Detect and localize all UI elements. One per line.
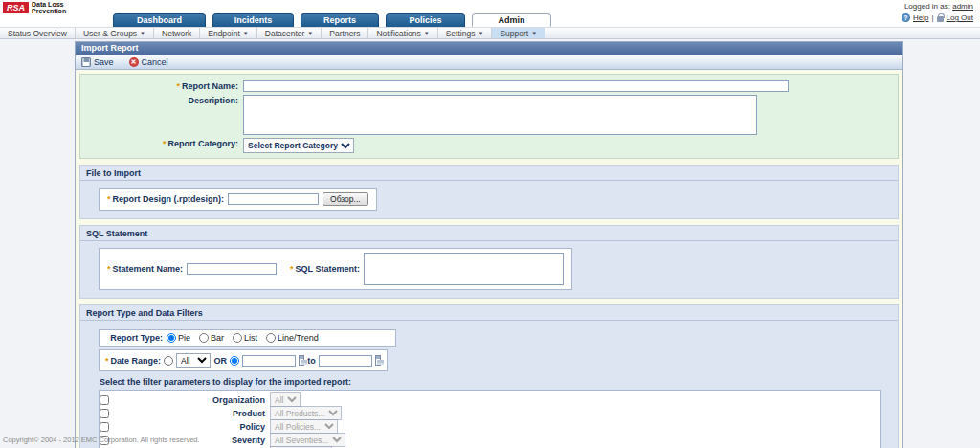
date-from-input[interactable] <box>242 355 296 367</box>
file-section-title: File to Import <box>80 166 898 181</box>
logged-in-as: Logged in as: admin <box>902 2 973 11</box>
filter-row-policy: Policy All Policies... <box>100 420 880 433</box>
save-button[interactable]: Save <box>81 57 114 67</box>
chevron-down-icon <box>307 31 313 36</box>
report-type-box: Report Type: Pie Bar List Line/Trend <box>99 329 396 347</box>
subnav-status-overview[interactable]: Status Overview <box>0 28 76 38</box>
filter-row-organization: Organization All <box>100 393 880 406</box>
browse-button[interactable]: Обзор... <box>323 192 368 206</box>
radio-list-label: List <box>244 333 257 343</box>
main-area: Import Report Save Cancel *Report Name: <box>0 39 980 448</box>
header-separator: | <box>931 13 933 22</box>
sql-section-body: *Statement Name: *SQL Statement: <box>80 241 898 298</box>
help-icon <box>902 13 910 22</box>
admin-subnav: Status Overview User & Groups Network En… <box>0 27 980 39</box>
description-row: Description: <box>80 95 898 135</box>
date-range-label-text: Date Range: <box>111 356 162 366</box>
tab-admin[interactable]: Admin <box>472 13 551 27</box>
report-name-input[interactable] <box>243 80 789 92</box>
file-to-import-section: File to Import *Report Design (.rptdesig… <box>79 165 899 219</box>
statement-name-label-text: Statement Name: <box>113 264 184 274</box>
subnav-endpoint[interactable]: Endpoint <box>200 28 257 38</box>
subnav-label: Partners <box>329 29 360 38</box>
policy-checkbox[interactable] <box>100 422 109 432</box>
product-select[interactable]: All Products... <box>270 406 342 420</box>
top-toolbar: Save Cancel <box>76 55 902 70</box>
report-name-row: *Report Name: <box>80 80 898 92</box>
product-checkbox[interactable] <box>100 409 109 418</box>
logout-link[interactable]: Log Out <box>947 13 973 22</box>
severity-select[interactable]: All Severities... <box>270 433 345 447</box>
radio-pie[interactable] <box>167 333 176 343</box>
tab-incidents[interactable]: Incidents <box>212 13 294 27</box>
description-input[interactable] <box>243 95 757 135</box>
or-label: OR <box>213 356 227 366</box>
to-label: to <box>307 356 316 366</box>
policy-select[interactable]: All Policies... <box>270 419 338 434</box>
report-design-file-input[interactable] <box>228 193 319 205</box>
save-label: Save <box>94 57 114 67</box>
subnav-support[interactable]: Support <box>492 28 545 38</box>
tab-policies[interactable]: Policies <box>386 13 465 27</box>
report-design-label: *Report Design (.rptdesign): <box>107 194 224 204</box>
report-info-form: *Report Name: Description: *Report Categ… <box>79 74 899 159</box>
import-report-panel: Import Report Save Cancel *Report Name: <box>75 41 903 448</box>
subnav-user-groups[interactable]: User & Groups <box>76 28 154 38</box>
required-icon: * <box>107 264 111 274</box>
subnav-partners[interactable]: Partners <box>322 28 368 38</box>
tab-reports[interactable]: Reports <box>301 13 379 27</box>
product-label: Product <box>109 409 270 418</box>
chevron-down-icon <box>243 31 249 36</box>
organization-select[interactable]: All <box>270 392 301 407</box>
radio-list[interactable] <box>233 333 242 343</box>
calendar-icon[interactable] <box>375 355 381 366</box>
radio-date-range-custom[interactable] <box>230 356 239 366</box>
radio-bar-label: Bar <box>211 333 224 343</box>
username-link[interactable]: admin <box>952 2 973 11</box>
subnav-label: Datacenter <box>265 29 305 38</box>
subnav-label: Network <box>162 29 191 38</box>
form-content: *Report Name: Description: *Report Categ… <box>76 70 902 448</box>
report-name-label: *Report Name: <box>80 80 243 91</box>
product-name-line2: Prevention <box>32 9 66 15</box>
required-icon: * <box>290 264 294 274</box>
subnav-datacenter[interactable]: Datacenter <box>257 28 323 38</box>
help-link[interactable]: Help <box>913 13 928 22</box>
subnav-network[interactable]: Network <box>154 28 200 38</box>
page-title: Import Report <box>76 42 902 55</box>
filter-parameters-box: Organization All Product All Products... <box>99 390 881 448</box>
required-icon: * <box>107 194 111 204</box>
report-category-select[interactable]: Select Report Category... <box>243 138 354 153</box>
tab-dashboard[interactable]: Dashboard <box>113 13 206 27</box>
cancel-label: Cancel <box>142 57 168 67</box>
subnav-settings[interactable]: Settings <box>438 28 493 38</box>
logged-in-as-label: Logged in as: <box>904 2 950 11</box>
radio-line-trend[interactable] <box>266 333 276 343</box>
cancel-button[interactable]: Cancel <box>129 57 168 67</box>
date-to-input[interactable] <box>319 355 372 367</box>
organization-checkbox[interactable] <box>100 395 109 405</box>
report-category-label: *Report Category: <box>80 138 243 148</box>
organization-label: Organization <box>109 395 270 405</box>
subnav-label: Settings <box>446 29 476 38</box>
copyright-text: Copyright© 2004 - 2012 EMC Corporation. … <box>3 436 200 444</box>
chevron-down-icon <box>531 31 537 36</box>
type-section-title: Report Type and Data Filters <box>80 305 898 321</box>
radio-bar[interactable] <box>199 333 209 343</box>
file-section-body: *Report Design (.rptdesign): Обзор... <box>80 181 898 218</box>
radio-pie-label: Pie <box>178 333 190 343</box>
statement-name-label: *Statement Name: <box>107 264 183 274</box>
radio-date-range-all[interactable] <box>164 356 173 366</box>
filter-row-severity: Severity All Severities... <box>100 434 880 446</box>
date-range-box: *Date Range: All OR to <box>99 349 388 371</box>
calendar-icon[interactable] <box>299 355 304 366</box>
save-icon <box>81 57 91 67</box>
sql-statement-input[interactable] <box>364 253 564 285</box>
subnav-notifications[interactable]: Notifications <box>368 28 437 38</box>
radio-line-trend-label: Line/Trend <box>278 333 319 343</box>
required-icon: * <box>163 139 167 148</box>
product-name: Data Loss Prevention <box>32 2 66 14</box>
date-range-select[interactable]: All <box>176 353 211 368</box>
statement-name-input[interactable] <box>187 263 277 275</box>
report-type-section: Report Type and Data Filters Report Type… <box>79 304 899 448</box>
